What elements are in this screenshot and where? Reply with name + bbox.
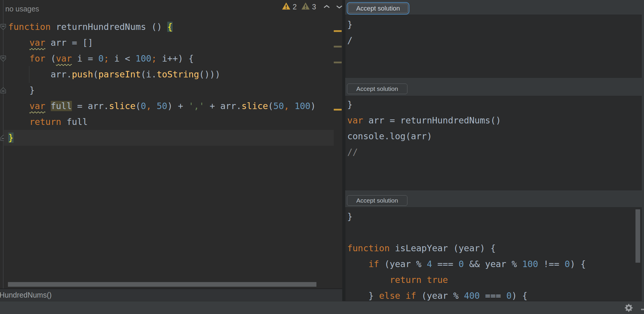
code-line: var full = arr.slice(0, 50) + ',' + arr.… [8, 98, 316, 114]
code-line: // [347, 144, 641, 160]
editor-pane[interactable]: no usages function returnHundredNums () … [0, 0, 342, 301]
code-line: if (year % 4 === 0 && year % 100 !== 0) … [347, 256, 641, 272]
vertical-scrollbar[interactable] [635, 209, 640, 263]
code-line: } [8, 130, 316, 146]
error-stripe-weak-warning[interactable] [334, 46, 342, 47]
code-line: for (var i = 0; i < 100; i++) { [8, 51, 316, 67]
accept-solution-button[interactable]: Accept solution [347, 195, 407, 206]
code-line: / [347, 33, 641, 48]
code-line: } [347, 97, 641, 113]
code-line: return full [8, 114, 316, 130]
code-line: } [347, 17, 641, 33]
solution-code-block[interactable]: } function isLeapYear (year) { if (year … [345, 207, 642, 301]
gear-icon[interactable] [625, 304, 633, 312]
code-line: function isLeapYear (year) { [347, 240, 641, 256]
fold-collapse-icon[interactable] [0, 24, 6, 30]
accept-solution-button[interactable]: Accept solution [348, 4, 408, 13]
error-stripe-weak-warning[interactable] [334, 62, 342, 63]
code-line: return true [347, 272, 641, 288]
usages-inlay-hint[interactable]: no usages [5, 2, 39, 15]
breadcrumb[interactable]: HundredNums() [0, 289, 52, 301]
breadcrumb-bar: HundredNums() [0, 288, 342, 301]
accept-solution-button[interactable]: Accept solution [347, 84, 407, 94]
ide-window: no usages function returnHundredNums () … [0, 0, 644, 314]
fold-end-icon[interactable] [0, 87, 6, 94]
code-line: } else if (year % 400 === 0) { [347, 288, 641, 301]
minus-icon[interactable] [641, 309, 644, 310]
code-line: } [8, 82, 316, 98]
prev-warning-button[interactable] [323, 3, 331, 11]
warning-count[interactable]: 2 [293, 3, 297, 11]
solution-code-block[interactable]: }var arr = returnHundredNums()console.lo… [345, 96, 642, 190]
solution-code-block[interactable]: }/ [345, 15, 642, 78]
code-line: } [347, 209, 641, 225]
horizontal-scrollbar[interactable] [8, 282, 316, 287]
gutter-separator [3, 0, 4, 288]
code-line: function returnHundredNums () { [8, 19, 316, 35]
fold-collapse-icon[interactable] [0, 55, 6, 62]
inspections-widget: 2 3 [282, 2, 343, 12]
weak-warning-icon[interactable] [301, 2, 310, 12]
pane-divider[interactable] [342, 0, 345, 301]
code-line: var arr = [] [8, 35, 316, 51]
code-line [347, 225, 641, 240]
code-area[interactable]: function returnHundredNums () { var arr … [8, 19, 316, 146]
error-stripe-warning[interactable] [334, 30, 342, 32]
status-bar [0, 301, 644, 314]
weak-warning-count[interactable]: 3 [312, 3, 316, 11]
code-line: console.log(arr) [347, 128, 641, 144]
code-line: arr.push(parseInt(i.toString())) [8, 67, 316, 82]
warning-icon[interactable] [282, 2, 291, 12]
ai-suggestions-panel: Accept solution }/ Accept solution }var … [345, 0, 644, 301]
error-stripe-warning[interactable] [334, 109, 342, 111]
code-line: var arr = returnHundredNums() [347, 113, 641, 128]
next-warning-button[interactable] [336, 3, 343, 11]
